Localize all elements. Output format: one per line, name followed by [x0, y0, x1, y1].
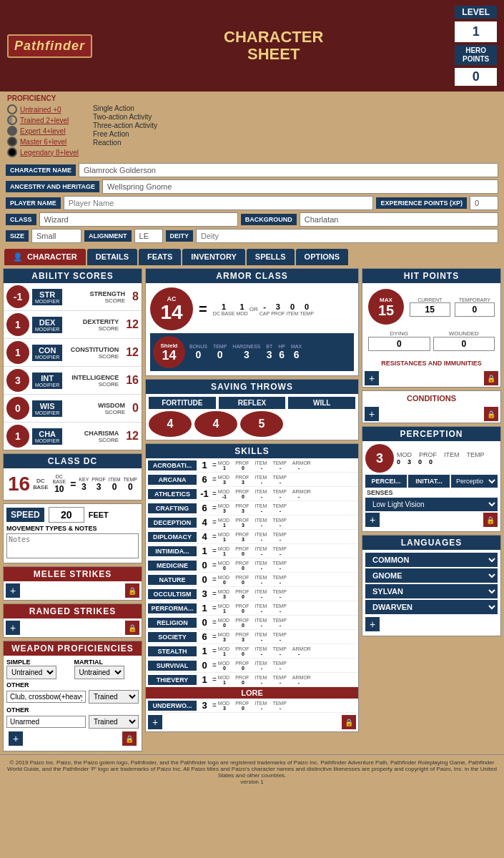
add-condition-button[interactable]: +	[365, 407, 379, 421]
add-sense-button[interactable]: +	[365, 513, 380, 527]
int-modifier[interactable]: 3	[6, 369, 29, 392]
lock-skills-button[interactable]: 🔒	[342, 715, 356, 729]
int-name-score: INTELLIGENCE SCORE	[65, 374, 119, 388]
wounded-input[interactable]	[433, 337, 495, 351]
background-input[interactable]	[300, 212, 498, 227]
perception-initiative-row: PERCEI... INITIAT... Perceptio	[365, 475, 498, 488]
initiative-select[interactable]: Perceptio	[451, 475, 498, 488]
player-input[interactable]	[64, 196, 374, 210]
tab-feats[interactable]: FEATS	[139, 249, 181, 265]
ac-circle[interactable]: AC 14	[150, 287, 193, 330]
skill-name-button[interactable]: INTIMIDA...	[148, 546, 197, 556]
tab-details[interactable]: DETAILS	[87, 249, 137, 265]
add-ranged-strike-button[interactable]: +	[6, 621, 20, 635]
skill-name-button[interactable]: MEDICINE	[148, 561, 197, 571]
skill-name-button[interactable]: SURVIVAL	[148, 661, 197, 671]
will-value[interactable]: 5	[240, 411, 283, 437]
senses-controls: + 🔒	[365, 511, 498, 528]
cha-score-value[interactable]: 12	[126, 430, 139, 443]
language-common-select[interactable]: COMMON	[365, 553, 498, 567]
add-resistance-button[interactable]: +	[365, 371, 379, 385]
skill-name-button[interactable]: DECEPTION	[148, 518, 197, 528]
tab-options[interactable]: OPTIONS	[296, 249, 349, 265]
tab-inventory[interactable]: INVENTORY	[182, 249, 245, 265]
lock-conditions-button[interactable]: 🔒	[484, 407, 498, 421]
str-modifier[interactable]: -1	[6, 285, 29, 308]
lock-weapon-prof-button[interactable]: 🔒	[122, 731, 137, 746]
skill-name-button[interactable]: STEALTH	[148, 646, 197, 656]
other-weapon-trained-select-1[interactable]: Trained Untrained	[89, 690, 139, 704]
movement-notes-input[interactable]	[6, 533, 139, 558]
level-label: LEVEL	[455, 6, 497, 19]
skill-name-button[interactable]: ACROBATI...	[148, 460, 197, 470]
skill-name-button[interactable]: SOCIETY	[148, 632, 197, 642]
perception-button[interactable]: PERCEI...	[365, 475, 407, 488]
ancestry-input[interactable]	[102, 179, 498, 194]
simple-select[interactable]: Untrained Trained Expert	[6, 666, 56, 679]
dex-modifier[interactable]: 1	[6, 313, 29, 336]
con-score-value[interactable]: 12	[126, 346, 139, 359]
add-lore-button[interactable]: +	[148, 715, 162, 729]
save-will-label[interactable]: WILL	[288, 397, 355, 409]
skill-name-button[interactable]: THIEVERY	[148, 675, 197, 685]
char-name-input[interactable]	[79, 163, 498, 177]
lock-melee-strikes-button[interactable]: 🔒	[125, 583, 139, 598]
deity-input[interactable]	[196, 229, 498, 243]
alignment-input[interactable]	[134, 229, 163, 243]
wis-score-value[interactable]: 0	[132, 402, 139, 415]
senses-select[interactable]: Low Light Vision	[365, 498, 498, 511]
class-input[interactable]	[39, 212, 238, 227]
lock-hp-button[interactable]: 🔒	[484, 371, 498, 385]
int-score-value[interactable]: 16	[126, 374, 139, 387]
save-fortitude-label[interactable]: FORTITUDE	[149, 397, 216, 409]
skill-name-button[interactable]: DIPLOMACY	[148, 532, 197, 542]
add-language-button[interactable]: +	[365, 617, 380, 631]
save-reflex-label[interactable]: REFLEX	[219, 397, 286, 409]
language-gnome-select[interactable]: GNOME	[365, 568, 498, 583]
martial-select[interactable]: Untrained Trained Expert	[74, 666, 124, 679]
lock-ranged-strikes-button[interactable]: 🔒	[125, 621, 139, 635]
class-dc-title: CLASS DC	[4, 454, 142, 468]
temporary-hp-input[interactable]	[455, 302, 495, 317]
speed-input[interactable]	[49, 507, 84, 523]
xp-input[interactable]	[470, 196, 498, 210]
tab-character[interactable]: 👤 CHARACTER	[4, 249, 86, 265]
hero-points-value[interactable]: 0	[455, 68, 497, 86]
language-sylvan-select[interactable]: SYLVAN	[365, 584, 498, 598]
language-dwarven-select[interactable]: DWARVEN	[365, 600, 498, 614]
lock-senses-button[interactable]: 🔒	[483, 513, 498, 527]
other-weapon-input-2[interactable]	[6, 716, 86, 728]
shield-circle[interactable]: Shield 14	[153, 336, 185, 368]
dex-score-value[interactable]: 12	[126, 318, 139, 331]
tab-spells[interactable]: SPELLS	[247, 249, 295, 265]
level-value[interactable]: 1	[455, 21, 497, 42]
dying-input[interactable]	[368, 337, 430, 351]
lore-underworld-button[interactable]: UNDERWO...	[148, 701, 197, 711]
class-dc-value[interactable]: 16	[8, 473, 30, 495]
skill-name-button[interactable]: ATHLETICS	[148, 489, 197, 499]
size-input[interactable]	[31, 229, 81, 243]
skill-total: 6	[198, 474, 211, 485]
reflex-value[interactable]: 4	[194, 411, 237, 437]
str-score-value[interactable]: 8	[132, 290, 139, 303]
con-modifier[interactable]: 1	[6, 341, 29, 364]
cha-modifier[interactable]: 1	[6, 425, 29, 448]
add-melee-strike-button[interactable]: +	[6, 583, 20, 598]
skill-name-button[interactable]: OCCULTISM	[148, 589, 197, 599]
skill-name-button[interactable]: RELIGION	[148, 618, 197, 628]
skill-name-button[interactable]: ARCANA	[148, 475, 197, 485]
skill-name-button[interactable]: NATURE	[148, 575, 197, 585]
armor-class-section: ARMOR CLASS AC 14 = 1 DC BASE 1	[145, 268, 359, 376]
skill-name-button[interactable]: CRAFTING	[148, 503, 197, 513]
current-hp-input[interactable]	[410, 302, 450, 317]
add-weapon-prof-button[interactable]: +	[9, 731, 23, 746]
other-weapon-trained-select-2[interactable]: Trained Untrained	[89, 715, 139, 729]
wis-modifier[interactable]: 0	[6, 397, 29, 420]
initiative-button[interactable]: INITIAT...	[408, 475, 450, 488]
perception-value[interactable]: 3	[365, 444, 394, 473]
hp-max-circle[interactable]: MAX 15	[368, 289, 404, 325]
other-weapon-input-1[interactable]	[6, 691, 86, 703]
skill-name-button[interactable]: PERFORMA...	[148, 603, 197, 613]
ac-dc-base: 1 DC BASE	[213, 302, 235, 316]
fortitude-value[interactable]: 4	[149, 411, 192, 437]
